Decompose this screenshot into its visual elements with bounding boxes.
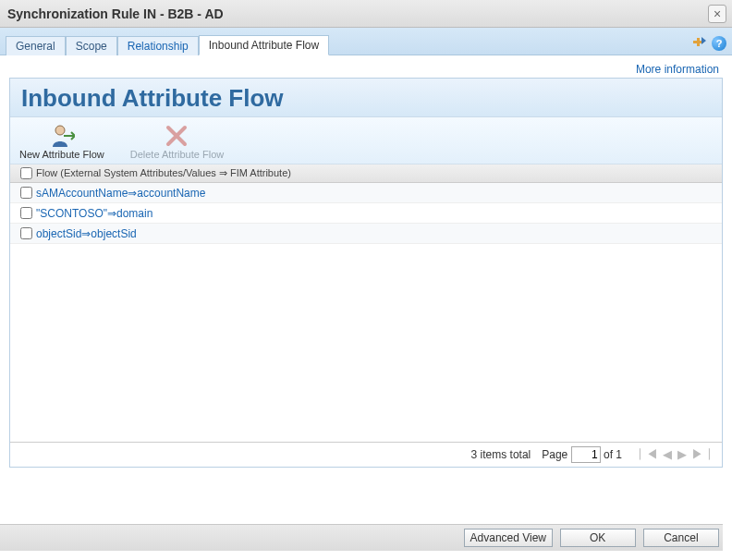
page-label-suffix: of 1: [604, 448, 622, 461]
table-row[interactable]: "SCONTOSO"⇒domain: [10, 203, 722, 224]
page-group: Page of 1: [542, 446, 622, 463]
next-page-icon[interactable]: ▶: [677, 447, 688, 461]
table-row[interactable]: sAMAccountName⇒accountName: [10, 183, 722, 203]
close-button[interactable]: ×: [708, 5, 726, 23]
title-bar: Synchronization Rule IN - B2B - AD ×: [0, 0, 732, 28]
tab-inbound-attribute-flow[interactable]: Inbound Attribute Flow: [199, 35, 329, 55]
cancel-button[interactable]: Cancel: [643, 529, 719, 547]
tab-relationship[interactable]: Relationship: [117, 36, 199, 55]
delete-x-icon: [130, 123, 225, 149]
more-information-link[interactable]: More information: [636, 63, 719, 76]
attribute-flow-table: Flow (External System Attributes/Values …: [10, 164, 722, 467]
page-input[interactable]: [571, 446, 601, 463]
row-checkbox[interactable]: [20, 187, 32, 199]
delete-attribute-flow-label: Delete Attribute Flow: [130, 149, 225, 160]
svg-point-2: [55, 126, 65, 135]
table-header: Flow (External System Attributes/Values …: [10, 164, 722, 183]
panel-heading-bar: Inbound Attribute Flow: [10, 79, 722, 117]
column-header-flow[interactable]: Flow (External System Attributes/Values …: [36, 167, 291, 179]
items-total: 3 items total: [471, 448, 531, 461]
page-label-prefix: Page: [542, 448, 567, 461]
flow-link[interactable]: objectSid⇒objectSid: [36, 227, 137, 240]
pager: 3 items total Page of 1 〡◀ ◀ ▶ ▶〡: [10, 442, 722, 467]
new-attribute-flow-button[interactable]: New Attribute Flow: [19, 123, 104, 160]
pager-nav: 〡◀ ◀ ▶ ▶〡: [633, 446, 716, 463]
tab-scope[interactable]: Scope: [66, 36, 117, 55]
prev-page-icon[interactable]: ◀: [662, 447, 673, 461]
last-page-icon[interactable]: ▶〡: [690, 447, 716, 461]
window-title: Synchronization Rule IN - B2B - AD: [7, 6, 224, 21]
row-checkbox[interactable]: [20, 207, 32, 219]
table-row[interactable]: objectSid⇒objectSid: [10, 224, 722, 244]
action-bar: New Attribute Flow Delete Attribute Flow: [10, 117, 722, 164]
delete-attribute-flow-button: Delete Attribute Flow: [130, 123, 225, 160]
new-attribute-flow-label: New Attribute Flow: [19, 149, 104, 160]
panel-heading: Inbound Attribute Flow: [21, 84, 711, 113]
flow-link[interactable]: sAMAccountName⇒accountName: [36, 187, 205, 200]
select-all-checkbox[interactable]: [20, 167, 32, 179]
add-icon[interactable]: [691, 36, 706, 51]
ok-button[interactable]: OK: [560, 529, 636, 547]
user-add-icon: [19, 123, 104, 149]
tab-general[interactable]: General: [6, 36, 66, 55]
help-icon[interactable]: ?: [712, 36, 726, 51]
dialog-button-row: Advanced View OK Cancel: [0, 524, 723, 551]
advanced-view-button[interactable]: Advanced View: [464, 529, 553, 547]
row-checkbox[interactable]: [20, 227, 32, 239]
main-panel: Inbound Attribute Flow New Attribute Flo…: [9, 78, 723, 468]
flow-link[interactable]: "SCONTOSO"⇒domain: [36, 207, 152, 220]
first-page-icon[interactable]: 〡◀: [633, 447, 659, 461]
close-icon: ×: [714, 7, 721, 20]
tab-strip: General Scope Relationship Inbound Attri…: [0, 28, 732, 55]
plus-arrow-icon: [691, 36, 706, 51]
